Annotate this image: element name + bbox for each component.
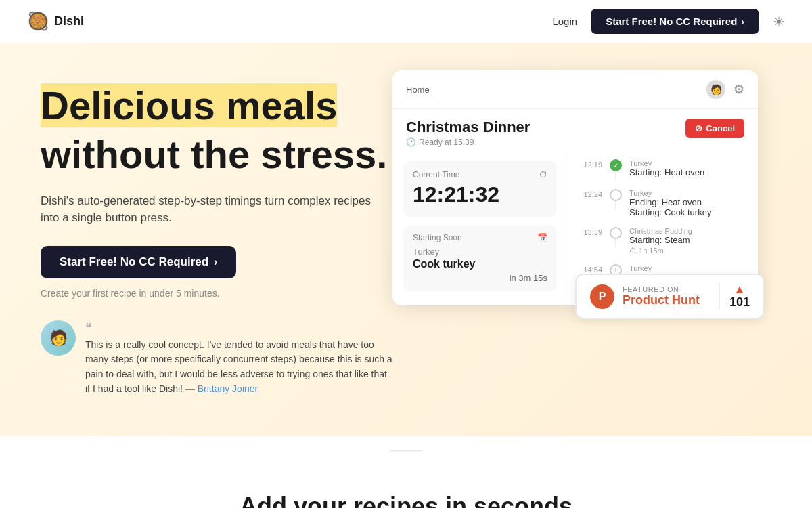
hero-description: Dishi's auto-generated step-by-step timi… [41, 192, 392, 227]
nav-actions: Login Start Free! No CC Required › ☀ [552, 9, 785, 34]
divider-line [389, 450, 423, 452]
theme-toggle-icon[interactable]: ☀ [773, 14, 785, 30]
app-starting-item: Turkey [413, 247, 547, 257]
app-recipe-title: Christmas Dinner [406, 119, 530, 136]
timeline-content: Christmas Pudding Starting: Steam ⏱ 1h 1… [629, 227, 748, 255]
ph-upvote[interactable]: ▲ 101 [719, 283, 750, 310]
ph-name: Product Hunt [623, 293, 711, 308]
app-top-icons: 🧑 ⚙ [706, 80, 744, 99]
timeline-category: Christmas Pudding [629, 227, 748, 235]
hero-note: Create your first recipe in under 5 minu… [41, 288, 392, 299]
timeline-dot [610, 227, 622, 239]
ph-featured-label: FEATURED ON [623, 285, 711, 293]
timeline-time: 12:19 [578, 161, 602, 169]
bottom-title: Add your recipes in seconds [41, 492, 771, 508]
ph-upvote-arrow-icon: ▲ [734, 283, 746, 295]
timeline-action: Starting: Heat oven [629, 167, 748, 177]
hero-heading-highlight: Delicious meals [41, 83, 337, 127]
timeline-category: Turkey [629, 189, 748, 197]
timeline-category: Turkey [629, 159, 748, 167]
hero-left: Delicious meals without the stress. Dish… [41, 77, 392, 396]
timeline-dot [610, 189, 622, 201]
timeline-item: 13:39 Christmas Pudding Starting: Steam … [578, 227, 748, 255]
timeline-content: Turkey Starting: Heat oven [629, 159, 748, 177]
timeline-content: Turkey Ending: Heat oven Starting: Cook … [629, 189, 748, 217]
bottom-section: Add your recipes in seconds It only take… [0, 452, 812, 508]
app-left-panel: Current Time ⏱ 12:21:32 Starting Soon 📅 … [392, 154, 568, 305]
timeline-item: 12:24 Turkey Ending: Heat oven Starting:… [578, 189, 748, 217]
testimonial-text: This is a really cool concept. I've tend… [85, 338, 392, 397]
hero-heading: Delicious meals [41, 84, 392, 127]
app-starting-time: in 3m 15s [413, 273, 547, 283]
app-mockup: Home 🧑 ⚙ Christmas Dinner 🕐 Ready at 15:… [392, 70, 758, 305]
app-top-bar: Home 🧑 ⚙ [392, 70, 758, 109]
timeline-action-sub: Starting: Cook turkey [629, 207, 748, 217]
timeline-time: 14:54 [578, 266, 602, 274]
app-home-label: Home [406, 85, 430, 95]
timeline-duration: ⏱ 1h 15m [629, 247, 748, 255]
app-starting-name: Cook turkey [413, 258, 547, 270]
section-divider [0, 436, 812, 452]
product-hunt-logo: P [590, 284, 614, 309]
product-hunt-text: FEATURED ON Product Hunt [623, 285, 711, 308]
testimonial-content: ❝ This is a really cool concept. I've te… [85, 320, 392, 397]
nav-cta-arrow-icon: › [741, 16, 744, 27]
app-timer-value: 12:21:32 [413, 182, 547, 207]
brand-name: Dishi [54, 14, 84, 28]
login-button[interactable]: Login [552, 16, 577, 27]
app-timer-label: Current Time ⏱ [413, 170, 547, 179]
hero-right: Home 🧑 ⚙ Christmas Dinner 🕐 Ready at 15:… [392, 77, 771, 305]
app-avatar-icon: 🧑 [706, 80, 725, 99]
timeline-time: 13:39 [578, 228, 602, 236]
logo[interactable]: 🥘 Dishi [27, 11, 84, 32]
testimonial-avatar: 🧑 [41, 320, 76, 356]
app-header: Christmas Dinner 🕐 Ready at 15:39 ⊘ Canc… [392, 109, 758, 154]
timeline-category: Turkey [629, 264, 748, 272]
app-recipe-info: Christmas Dinner 🕐 Ready at 15:39 [406, 119, 530, 147]
timeline-item: 12:19 Turkey Starting: Heat oven [578, 159, 748, 179]
timeline-action: Starting: Steam [629, 235, 748, 245]
hero-section: Delicious meals without the stress. Dish… [0, 43, 812, 436]
timeline-time: 12:24 [578, 190, 602, 198]
nav-cta-button[interactable]: Start Free! No CC Required › [591, 9, 759, 34]
logo-icon: 🥘 [27, 11, 49, 32]
hero-cta-button[interactable]: Start Free! No CC Required › [41, 246, 236, 278]
app-settings-icon: ⚙ [734, 82, 744, 97]
product-hunt-badge[interactable]: P FEATURED ON Product Hunt ▲ 101 [575, 274, 765, 319]
app-starting-card: Starting Soon 📅 Turkey Cook turkey in 3m… [403, 225, 557, 291]
quote-icon: ❝ [85, 320, 392, 335]
ph-upvote-count: 101 [729, 295, 750, 310]
navbar: 🥘 Dishi Login Start Free! No CC Required… [0, 0, 812, 43]
testimonial: 🧑 ❝ This is a really cool concept. I've … [41, 320, 392, 397]
app-cancel-button[interactable]: ⊘ Cancel [685, 119, 744, 138]
timeline-dot [610, 159, 622, 171]
app-recipe-time: 🕐 Ready at 15:39 [406, 137, 530, 147]
app-starting-label: Starting Soon 📅 [413, 233, 547, 242]
app-timer-card: Current Time ⏱ 12:21:32 [403, 161, 557, 217]
timeline-action: Ending: Heat oven [629, 197, 748, 207]
testimonial-author: — Brittany Joiner [185, 383, 258, 394]
hero-cta-arrow-icon: › [214, 256, 217, 268]
hero-subheading: without the stress. [41, 133, 392, 176]
